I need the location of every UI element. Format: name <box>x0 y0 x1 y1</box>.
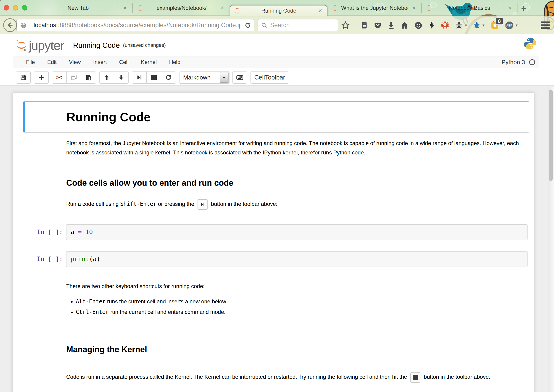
markdown-cell-selected[interactable]: Running Code <box>23 101 529 133</box>
code-cell-print[interactable]: In [ ]: print(a) <box>23 249 529 269</box>
close-window-button[interactable] <box>4 5 9 11</box>
markdown-cell-run-sentence[interactable]: Run a code cell using Shift-Enter or pre… <box>23 194 529 215</box>
code-input-area[interactable]: print(a) <box>66 251 527 267</box>
select-dropdown-button[interactable]: ▼ <box>220 72 228 83</box>
save-button[interactable] <box>16 71 31 84</box>
code-cell-assign[interactable]: In [ ]: a = 10 <box>23 222 529 242</box>
tab-notebook-basics[interactable]: Notebook Basics × <box>422 0 517 16</box>
home-button[interactable] <box>400 21 409 30</box>
url-text: localhost:8888/notebooks/docs/source/exa… <box>30 22 241 29</box>
send-tab-button[interactable] <box>428 21 436 30</box>
menu-help[interactable]: Help <box>163 59 186 65</box>
copy-cell-button[interactable] <box>67 71 81 84</box>
insert-cell-below-button[interactable]: + <box>34 71 49 84</box>
move-cell-up-button[interactable] <box>99 71 114 84</box>
tab-close-icon[interactable]: × <box>506 5 513 11</box>
new-tab-button[interactable]: + <box>521 3 526 14</box>
smiley-icon <box>414 21 423 30</box>
kernel-name: Python 3 <box>501 59 525 66</box>
restart-kernel-button[interactable] <box>161 71 176 84</box>
tab-new-tab[interactable]: New Tab × <box>33 0 132 16</box>
bookmark-star-button[interactable] <box>341 21 350 30</box>
menu-kernel[interactable]: Kernel <box>135 59 163 65</box>
adblock-plus-button[interactable]: ABP ▼ <box>505 21 518 30</box>
tab-close-icon[interactable]: × <box>219 5 226 11</box>
site-identity-globe-icon[interactable] <box>17 19 30 31</box>
pocket-button[interactable] <box>373 21 382 30</box>
cell-prompt-empty <box>25 338 66 357</box>
star-extension-button[interactable]: 8 <box>490 21 499 30</box>
reading-list-button[interactable] <box>360 21 368 30</box>
move-cell-down-button[interactable] <box>114 71 129 84</box>
bug-extension-button[interactable]: ▼ <box>473 21 485 30</box>
command-palette-button[interactable] <box>232 71 247 84</box>
cell-type-select[interactable]: Markdown ▼ <box>179 71 229 84</box>
inline-run-button-image <box>198 199 208 210</box>
tab-close-icon[interactable]: × <box>411 5 417 11</box>
markdown-cell-h2-kernel[interactable]: Managing the Kernel <box>23 336 529 360</box>
chevron-down-icon[interactable]: ▼ <box>482 23 485 27</box>
chevron-down-icon[interactable]: ▼ <box>515 23 518 27</box>
tab-what-is-jupyter[interactable]: What is the Jupyter Notebook × <box>328 0 421 16</box>
duckduckgo-icon <box>441 21 450 30</box>
navbar-icons: ▼ ▼ 8 ABP ▼ <box>341 19 518 31</box>
kbd-shift-enter: Shift-Enter <box>120 201 156 207</box>
menu-insert[interactable]: Insert <box>87 59 113 65</box>
kernel-indicator: Python 3 <box>497 58 535 66</box>
celltoolbar-button[interactable]: CellToolbar <box>250 71 289 84</box>
tab-running-code-active[interactable]: Running Code × <box>230 5 327 16</box>
tab-title: What is the Jupyter Notebook <box>341 5 408 11</box>
bookmark-star-icon <box>341 21 350 30</box>
reload-button[interactable] <box>241 19 254 31</box>
jupyter-logo[interactable]: jupyter <box>15 38 64 53</box>
menu-file[interactable]: File <box>20 59 41 65</box>
menu-hamburger-button[interactable] <box>541 21 550 29</box>
markdown-cell-shortcuts[interactable]: There are two other keyboard shortcuts f… <box>23 276 529 322</box>
markdown-cell-h2-code[interactable]: Code cells allow you to enter and run co… <box>23 169 529 193</box>
downloads-button[interactable] <box>387 21 395 30</box>
run-cell-button[interactable] <box>132 71 147 84</box>
search-input[interactable] <box>270 22 334 29</box>
tab-separator <box>132 3 133 13</box>
cell-prompt-empty <box>25 135 66 160</box>
search-box[interactable] <box>258 19 338 31</box>
chevron-down-icon[interactable]: ▼ <box>464 23 468 27</box>
kernel-separator <box>497 58 497 66</box>
cell-prompt-empty <box>25 104 66 130</box>
code-input-area[interactable]: a = 10 <box>66 224 527 240</box>
cut-cell-button[interactable]: ✂ <box>52 71 67 84</box>
markdown-cell-kernel-sentence[interactable]: Code is run in a separate process called… <box>23 367 529 388</box>
interrupt-kernel-button[interactable] <box>147 71 161 84</box>
menu-view[interactable]: View <box>63 59 87 65</box>
markdown-cell-intro[interactable]: First and foremost, the Jupyter Notebook… <box>23 133 529 163</box>
tab-close-icon[interactable]: × <box>122 5 128 11</box>
autosave-status: (unsaved changes) <box>123 42 166 48</box>
page-scrollbar-thumb[interactable] <box>549 90 553 181</box>
intro-paragraph: First and foremost, the Jupyter Notebook… <box>66 139 521 157</box>
scissors-icon: ✂ <box>56 73 63 82</box>
celltoolbar-label: CellToolbar <box>254 74 285 81</box>
python-logo-icon <box>523 37 537 50</box>
tab-title: New Tab <box>37 5 119 11</box>
jupyter-spinner-icon <box>137 5 144 11</box>
tab-close-icon[interactable]: × <box>317 7 323 14</box>
fly-extension-button[interactable]: ▼ <box>455 21 468 30</box>
tab-examples-notebook[interactable]: examples/Notebook/ × <box>133 0 229 16</box>
back-button[interactable] <box>3 18 17 32</box>
notebook-title[interactable]: Running Code <box>73 41 120 49</box>
url-bar[interactable]: localhost:8888/notebooks/docs/source/exa… <box>16 19 254 31</box>
stop-icon <box>151 75 157 80</box>
menu-cell[interactable]: Cell <box>113 59 135 65</box>
duckduckgo-button[interactable] <box>441 21 450 30</box>
search-icon <box>261 22 267 28</box>
minimize-window-button[interactable] <box>13 5 18 11</box>
page-scrollbar-track[interactable] <box>548 87 554 392</box>
navigation-toolbar: localhost:8888/notebooks/docs/source/exa… <box>0 16 554 34</box>
toolbar-separator <box>355 21 355 30</box>
zoom-window-button[interactable] <box>22 5 28 11</box>
paste-cell-button[interactable] <box>81 71 96 84</box>
feedback-smiley-button[interactable] <box>414 21 423 30</box>
shortcut-ctrl-enter: Ctrl-Enter run the current cell and ente… <box>76 307 525 317</box>
menu-edit[interactable]: Edit <box>41 59 63 65</box>
tab-title: Notebook Basics <box>435 5 504 11</box>
